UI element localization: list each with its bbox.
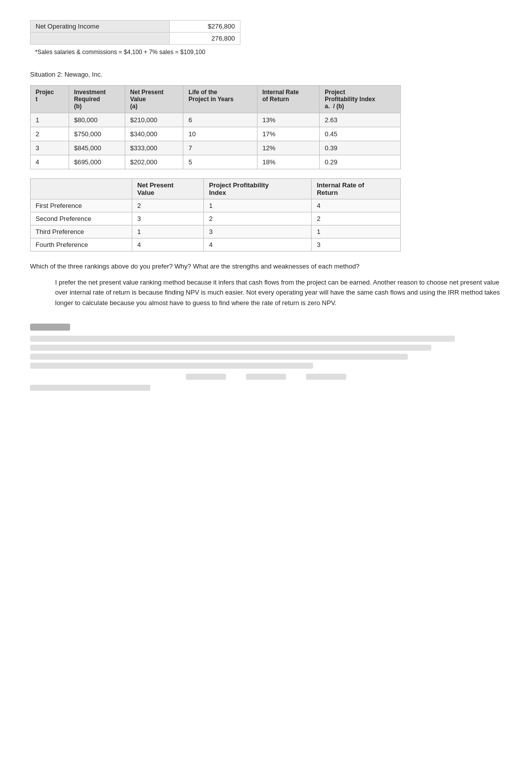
redacted-title <box>30 324 70 331</box>
redacted-small-2 <box>246 374 286 380</box>
table-cell: 4 <box>31 155 69 169</box>
redacted-small-1 <box>186 374 226 380</box>
col-investment: InvestmentRequired(b) <box>69 86 125 113</box>
table-row: Third Preference131 <box>31 225 401 238</box>
table-cell: Second Preference <box>31 212 132 225</box>
table-cell: 1 <box>132 225 204 238</box>
top-income-table: Net Operating Income $276,800 276,800 <box>30 20 240 45</box>
col-life: Life of theProject in Years <box>183 86 257 113</box>
table-cell: 13% <box>257 113 320 127</box>
table-cell: 5 <box>183 155 257 169</box>
redacted-line-4 <box>30 363 313 369</box>
table-cell: 6 <box>183 113 257 127</box>
table-cell: 4 <box>312 199 401 212</box>
pref-col-npv: Net PresentValue <box>132 179 204 199</box>
table-row: Second Preference322 <box>31 212 401 225</box>
table-cell: 2 <box>31 127 69 141</box>
pref-col-irr: Internal Rate ofReturn <box>312 179 401 199</box>
table-cell: 2.63 <box>320 113 401 127</box>
table-cell: 2 <box>204 212 312 225</box>
redacted-line-3 <box>30 354 408 360</box>
col-irr: Internal Rateof Return <box>257 86 320 113</box>
table-cell: First Preference <box>31 199 132 212</box>
preference-table: Net PresentValue Project ProfitabilityIn… <box>30 178 401 251</box>
table-cell: 2 <box>312 212 401 225</box>
redacted-small-3 <box>306 374 346 380</box>
table-cell: 1 <box>31 113 69 127</box>
income-value2: 276,800 <box>169 33 240 45</box>
table-cell: 17% <box>257 127 320 141</box>
redacted-line-2 <box>30 345 431 351</box>
question-text: Which of the three rankings above do you… <box>30 262 502 272</box>
table-cell: 2 <box>132 199 204 212</box>
income-label: Net Operating Income <box>31 21 170 33</box>
table-row: 2$750,000$340,0001017%0.45 <box>31 127 401 141</box>
answer-text: I prefer the net present value ranking m… <box>55 278 502 309</box>
table-cell: $333,000 <box>125 141 183 155</box>
table-row: 3$845,000$333,000712%0.39 <box>31 141 401 155</box>
table-cell: $750,000 <box>69 127 125 141</box>
table-cell: 4 <box>204 238 312 251</box>
table-cell: 0.45 <box>320 127 401 141</box>
table-cell: 12% <box>257 141 320 155</box>
income-value: $276,800 <box>169 21 240 33</box>
table-cell: $845,000 <box>69 141 125 155</box>
table-row: Fourth Preference443 <box>31 238 401 251</box>
redacted-line-1 <box>30 336 455 342</box>
footnote-text: *Sales salaries & commissions = $4,100 +… <box>35 49 502 56</box>
col-npv: Net PresentValue(a) <box>125 86 183 113</box>
table-cell: 10 <box>183 127 257 141</box>
table-cell: $340,000 <box>125 127 183 141</box>
table-cell: 0.39 <box>320 141 401 155</box>
redacted-footer <box>30 385 150 391</box>
table-cell: $695,000 <box>69 155 125 169</box>
table-cell: 7 <box>183 141 257 155</box>
table-cell: 3 <box>132 212 204 225</box>
income-label2 <box>31 33 170 45</box>
pref-col-name <box>31 179 132 199</box>
table-cell: 0.29 <box>320 155 401 169</box>
redacted-section <box>30 324 502 391</box>
table-cell: Fourth Preference <box>31 238 132 251</box>
table-cell: 1 <box>312 225 401 238</box>
table-row: 4$695,000$202,000518%0.29 <box>31 155 401 169</box>
table-cell: 4 <box>132 238 204 251</box>
pref-col-pi: Project ProfitabilityIndex <box>204 179 312 199</box>
table-cell: 1 <box>204 199 312 212</box>
table-row: 1$80,000$210,000613%2.63 <box>31 113 401 127</box>
redacted-small-row <box>30 374 502 380</box>
table-cell: $210,000 <box>125 113 183 127</box>
col-project: Project <box>31 86 69 113</box>
table-row: First Preference214 <box>31 199 401 212</box>
table-cell: 3 <box>312 238 401 251</box>
col-pi: ProjectProfitability Indexa. / (b) <box>320 86 401 113</box>
table-cell: $202,000 <box>125 155 183 169</box>
table-cell: 3 <box>204 225 312 238</box>
table-cell: Third Preference <box>31 225 132 238</box>
project-table: Project InvestmentRequired(b) Net Presen… <box>30 85 401 169</box>
table-cell: $80,000 <box>69 113 125 127</box>
table-cell: 18% <box>257 155 320 169</box>
situation-label: Situation 2: Newago, Inc. <box>30 71 502 78</box>
answer-block: I prefer the net present value ranking m… <box>55 278 502 309</box>
table-cell: 3 <box>31 141 69 155</box>
